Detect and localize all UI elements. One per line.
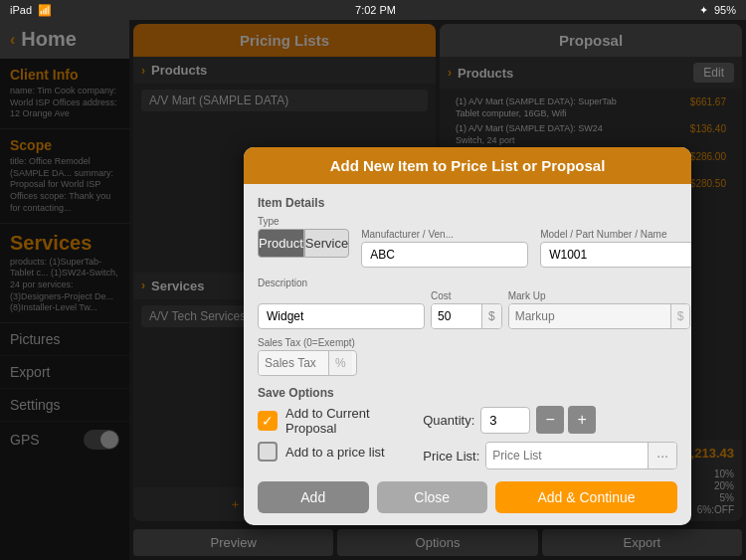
quantity-row: Quantity: − + xyxy=(423,406,677,434)
add-to-proposal-label: Add to Current Proposal xyxy=(285,406,403,436)
type-product-button[interactable]: Product xyxy=(258,229,304,258)
type-buttons: Product Service xyxy=(258,229,349,258)
qty-plus-button[interactable]: + xyxy=(568,406,596,434)
add-to-proposal-checkbox[interactable]: ✓ xyxy=(258,411,278,431)
markup-unit: $ xyxy=(670,304,690,328)
tax-row: Sales Tax (0=Exempt) % xyxy=(258,337,677,376)
desc-input[interactable] xyxy=(258,303,425,329)
type-group: Type Product Service xyxy=(258,216,349,268)
check-icon: ✓ xyxy=(262,413,274,429)
bluetooth-icon: ✦ xyxy=(699,4,708,17)
modal-action-row: Add Close Add & Continue xyxy=(258,481,677,513)
tax-input-wrap: % xyxy=(258,350,357,376)
modal-title: Add New Item to Price List or Proposal xyxy=(244,147,691,184)
markup-group: Mark Up $ xyxy=(508,290,691,329)
tax-label: Sales Tax (0=Exempt) xyxy=(258,337,677,348)
add-to-price-list-row: Add to a price list xyxy=(258,442,403,462)
mfr-group: Manufacturer / Ven... xyxy=(361,229,528,268)
item-details-label: Item Details xyxy=(258,196,677,210)
tax-input[interactable] xyxy=(259,351,328,375)
model-label: Model / Part Number / Name xyxy=(540,229,691,240)
markup-input-wrap: $ xyxy=(508,303,691,329)
add-item-modal: Add New Item to Price List or Proposal I… xyxy=(244,147,691,525)
add-continue-button[interactable]: Add & Continue xyxy=(495,481,677,513)
save-options-label: Save Options xyxy=(258,386,677,400)
cost-input-wrap: $ xyxy=(431,303,502,329)
price-list-row: Price List: ··· xyxy=(423,442,677,469)
type-label: Type xyxy=(258,216,349,227)
cost-label: Cost xyxy=(431,290,502,301)
cost-input[interactable] xyxy=(432,304,481,328)
battery-display: 95% xyxy=(714,4,736,16)
close-button[interactable]: Close xyxy=(377,481,488,513)
add-button[interactable]: Add xyxy=(258,481,369,513)
status-left: iPad 📶 xyxy=(10,4,52,17)
mfr-label: Manufacturer / Ven... xyxy=(361,229,528,240)
tax-unit: % xyxy=(328,351,352,375)
cost-unit: $ xyxy=(481,304,501,328)
type-service-button[interactable]: Service xyxy=(304,229,349,258)
qty-controls: − + xyxy=(536,406,596,434)
markup-label: Mark Up xyxy=(508,290,691,301)
add-to-price-list-checkbox[interactable] xyxy=(258,442,278,462)
price-list-input[interactable] xyxy=(486,444,648,467)
ipad-label: iPad xyxy=(10,4,32,16)
price-list-input-wrap: ··· xyxy=(485,442,677,469)
mfr-input[interactable] xyxy=(361,242,528,268)
desc-row: Description Cost $ Mark Up $ xyxy=(258,278,677,329)
status-right: ✦ 95% xyxy=(699,4,736,17)
quantity-label: Quantity: xyxy=(423,413,474,428)
wifi-icon: 📶 xyxy=(38,4,52,17)
price-list-dots-icon[interactable]: ··· xyxy=(648,443,676,468)
quantity-input[interactable] xyxy=(480,407,530,434)
add-to-proposal-row: ✓ Add to Current Proposal xyxy=(258,406,403,436)
desc-label: Description xyxy=(258,278,677,288)
qty-minus-button[interactable]: − xyxy=(536,406,564,434)
modal-body: Item Details Type Product Service Manufa… xyxy=(244,184,691,525)
price-list-label: Price List: xyxy=(423,449,479,464)
type-row: Type Product Service Manufacturer / Ven.… xyxy=(258,216,677,268)
save-options-checkboxes: ✓ Add to Current Proposal Add to a price… xyxy=(258,406,403,467)
qty-price-section: Quantity: − + Price List: ··· xyxy=(423,406,677,469)
model-input[interactable] xyxy=(540,242,691,268)
model-group: Model / Part Number / Name xyxy=(540,229,691,268)
time-display: 7:02 PM xyxy=(355,4,396,16)
markup-input[interactable] xyxy=(509,304,670,328)
cost-group: Cost $ xyxy=(431,290,502,329)
status-bar: iPad 📶 7:02 PM ✦ 95% xyxy=(0,0,746,20)
add-to-price-list-label: Add to a price list xyxy=(285,445,403,460)
